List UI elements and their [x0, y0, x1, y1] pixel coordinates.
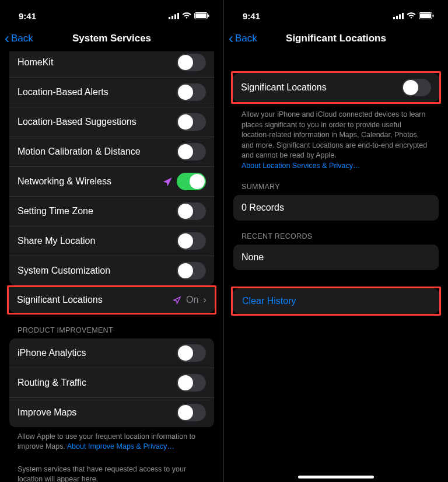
back-label: Back — [235, 33, 257, 44]
row-significant-locations[interactable]: Significant Locations On › — [9, 287, 215, 313]
toggle-motion[interactable] — [177, 143, 206, 160]
row-share[interactable]: Share My Location — [9, 226, 214, 256]
recent-block: None — [233, 245, 439, 270]
phone-left: 9:41 ‹ Back System Services HomeKit Loca… — [0, 0, 224, 482]
label-routing: Routing & Traffic — [18, 378, 177, 388]
clear-history-block: Clear History — [233, 288, 439, 314]
label-sigloc: Significant Locations — [241, 82, 327, 93]
highlight-significant-locations: Significant Locations On › — [7, 285, 216, 315]
svg-rect-5 — [195, 13, 206, 18]
note-system-services: System services that have requested acce… — [0, 452, 223, 482]
label-improve: Improve Maps — [18, 407, 177, 418]
settings-list: HomeKit Location-Based Alerts Location-B… — [9, 51, 214, 285]
back-button[interactable]: ‹ Back — [229, 32, 257, 46]
label-homekit: HomeKit — [18, 57, 177, 68]
row-custom[interactable]: System Customization — [9, 256, 214, 285]
nav-title: Significant Locations — [286, 33, 386, 44]
label-motion: Motion Calibration & Distance — [18, 146, 177, 157]
row-improve[interactable]: Improve Maps — [9, 398, 214, 427]
sigloc-value: On — [186, 295, 198, 305]
label-networking: Networking & Wireless — [18, 176, 163, 187]
status-time: 9:41 — [19, 11, 36, 21]
back-label: Back — [11, 33, 33, 44]
link-location-privacy[interactable]: About Location Services & Privacy… — [242, 162, 360, 170]
battery-icon — [419, 12, 434, 19]
highlight-clear-history: Clear History — [231, 287, 441, 316]
row-recent: None — [233, 245, 439, 270]
home-indicator[interactable] — [298, 476, 374, 478]
row-suggestions[interactable]: Location-Based Suggestions — [9, 107, 214, 137]
status-icons — [169, 12, 209, 19]
clear-history-button[interactable]: Clear History — [233, 288, 439, 314]
svg-rect-10 — [402, 13, 404, 19]
toggle-homekit[interactable] — [177, 54, 206, 71]
row-summary[interactable]: 0 Records — [233, 195, 439, 221]
recent-value: None — [242, 252, 264, 263]
svg-rect-12 — [420, 13, 431, 18]
svg-rect-0 — [169, 17, 170, 19]
svg-rect-2 — [174, 14, 176, 19]
back-chevron-icon: ‹ — [5, 32, 9, 46]
product-improvement-list: iPhone Analytics Routing & Traffic Impro… — [9, 338, 214, 427]
status-time: 9:41 — [243, 11, 260, 21]
row-networking[interactable]: Networking & Wireless — [9, 167, 214, 197]
back-chevron-icon: ‹ — [229, 32, 233, 46]
footer-improve-maps: Allow Apple to use your frequent locatio… — [0, 427, 223, 452]
link-improve-maps-privacy[interactable]: About Improve Maps & Privacy… — [67, 442, 174, 450]
row-motion[interactable]: Motion Calibration & Distance — [9, 137, 214, 167]
label-custom: System Customization — [18, 266, 177, 276]
row-homekit[interactable]: HomeKit — [9, 51, 214, 78]
toggle-share[interactable] — [177, 232, 206, 250]
row-alerts[interactable]: Location-Based Alerts — [9, 78, 214, 107]
section-header-product-improvement: PRODUCT IMPROVEMENT — [0, 315, 223, 338]
toggle-timezone[interactable] — [177, 202, 206, 220]
nav-title: System Services — [72, 33, 151, 44]
label-share: Share My Location — [18, 236, 177, 246]
back-button[interactable]: ‹ Back — [5, 32, 33, 46]
label-analytics: iPhone Analytics — [18, 348, 177, 358]
section-header-recent: RECENT RECORDS — [224, 221, 448, 245]
label-suggestions: Location-Based Suggestions — [18, 117, 177, 127]
svg-rect-7 — [393, 17, 395, 19]
cellular-icon — [169, 13, 179, 19]
toggle-sigloc[interactable] — [402, 79, 431, 96]
row-timezone[interactable]: Setting Time Zone — [9, 197, 214, 226]
nav-bar: ‹ Back Significant Locations — [224, 26, 448, 51]
svg-rect-13 — [433, 15, 434, 17]
toggle-custom[interactable] — [177, 262, 206, 280]
svg-rect-3 — [177, 13, 179, 19]
toggle-improve[interactable] — [177, 404, 206, 421]
toggle-suggestions[interactable] — [177, 113, 206, 131]
wifi-icon — [407, 12, 416, 19]
status-icons — [393, 12, 434, 19]
label-timezone: Setting Time Zone — [18, 206, 177, 216]
location-arrow-icon — [163, 177, 172, 186]
svg-rect-1 — [172, 16, 173, 19]
nav-bar: ‹ Back System Services — [0, 26, 223, 51]
row-analytics[interactable]: iPhone Analytics — [9, 338, 214, 368]
toggle-networking[interactable] — [177, 173, 206, 190]
row-routing[interactable]: Routing & Traffic — [9, 368, 214, 398]
content-left: HomeKit Location-Based Alerts Location-B… — [0, 51, 223, 482]
phone-right: 9:41 ‹ Back Significant Locations Signif… — [224, 0, 448, 482]
svg-rect-8 — [396, 16, 398, 19]
row-sigloc-toggle[interactable]: Significant Locations — [233, 73, 439, 102]
location-arrow-hollow-icon — [173, 296, 181, 305]
summary-value: 0 Records — [242, 202, 284, 213]
label-alerts: Location-Based Alerts — [18, 87, 177, 97]
toggle-routing[interactable] — [177, 374, 206, 392]
chevron-right-icon: › — [203, 294, 206, 306]
status-bar: 9:41 — [0, 0, 223, 26]
highlight-sigloc-toggle: Significant Locations — [231, 71, 441, 104]
summary-block: 0 Records — [233, 195, 439, 221]
status-bar: 9:41 — [224, 0, 448, 26]
label-sigloc: Significant Locations — [17, 295, 173, 305]
toggle-alerts[interactable] — [177, 83, 206, 101]
sigloc-description: Allow your iPhone and iCloud connected d… — [224, 104, 448, 171]
section-header-summary: SUMMARY — [224, 171, 448, 195]
toggle-analytics[interactable] — [177, 344, 206, 362]
wifi-icon — [182, 12, 191, 19]
content-right: Significant Locations Allow your iPhone … — [224, 51, 448, 316]
battery-icon — [194, 12, 209, 19]
svg-rect-6 — [208, 15, 209, 17]
